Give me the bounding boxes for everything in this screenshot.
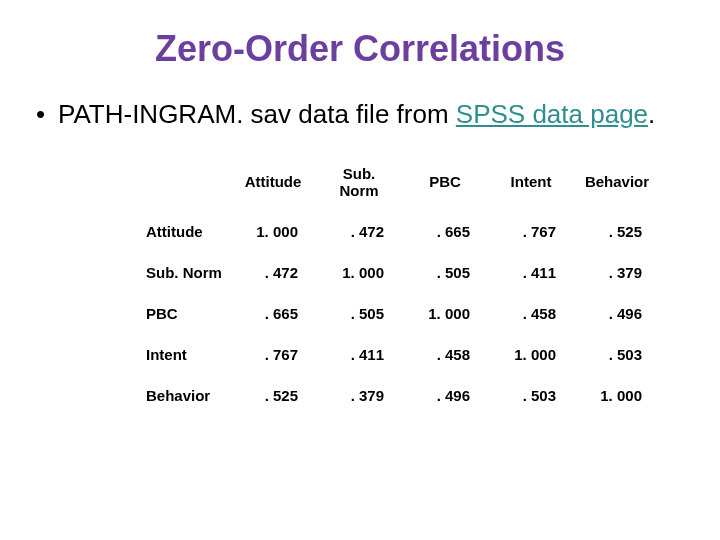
- cell: . 525: [230, 375, 316, 416]
- bullet-dot-icon: •: [36, 98, 58, 131]
- cell: 1. 000: [316, 252, 402, 293]
- bullet-post-text: .: [648, 99, 655, 129]
- row-header: Attitude: [140, 211, 230, 252]
- cell: . 458: [488, 293, 574, 334]
- col-header: Sub. Norm: [316, 153, 402, 211]
- cell: . 496: [574, 293, 660, 334]
- slide: Zero-Order Correlations • PATH-INGRAM. s…: [0, 0, 720, 540]
- correlation-table: Attitude Sub. Norm PBC Intent Behavior A…: [140, 153, 660, 416]
- cell: . 411: [316, 334, 402, 375]
- page-title: Zero-Order Correlations: [30, 28, 690, 70]
- row-header: PBC: [140, 293, 230, 334]
- cell: . 472: [230, 252, 316, 293]
- cell: . 767: [488, 211, 574, 252]
- cell: . 379: [574, 252, 660, 293]
- table-row: Sub. Norm . 472 1. 000 . 505 . 411 . 379: [140, 252, 660, 293]
- cell: . 505: [316, 293, 402, 334]
- cell: 1. 000: [574, 375, 660, 416]
- cell: . 767: [230, 334, 316, 375]
- cell: 1. 000: [402, 293, 488, 334]
- cell: . 505: [402, 252, 488, 293]
- correlation-table-wrap: Attitude Sub. Norm PBC Intent Behavior A…: [140, 153, 660, 416]
- table-row: PBC . 665 . 505 1. 000 . 458 . 496: [140, 293, 660, 334]
- row-header: Sub. Norm: [140, 252, 230, 293]
- row-header: Intent: [140, 334, 230, 375]
- bullet-item: • PATH-INGRAM. sav data file from SPSS d…: [36, 98, 684, 131]
- cell: 1. 000: [230, 211, 316, 252]
- cell: . 379: [316, 375, 402, 416]
- col-header: Behavior: [574, 153, 660, 211]
- bullet-text: PATH-INGRAM. sav data file from SPSS dat…: [58, 98, 684, 131]
- table-row: Attitude 1. 000 . 472 . 665 . 767 . 525: [140, 211, 660, 252]
- col-header: Attitude: [230, 153, 316, 211]
- table-header-row: Attitude Sub. Norm PBC Intent Behavior: [140, 153, 660, 211]
- cell: . 496: [402, 375, 488, 416]
- spss-data-page-link[interactable]: SPSS data page: [456, 99, 648, 129]
- bullet-pre-text: PATH-INGRAM. sav data file from: [58, 99, 456, 129]
- cell: . 665: [402, 211, 488, 252]
- cell: . 503: [488, 375, 574, 416]
- row-header: Behavior: [140, 375, 230, 416]
- col-header: PBC: [402, 153, 488, 211]
- cell: . 458: [402, 334, 488, 375]
- corner-cell: [140, 153, 230, 211]
- cell: . 472: [316, 211, 402, 252]
- table-row: Intent . 767 . 411 . 458 1. 000 . 503: [140, 334, 660, 375]
- cell: 1. 000: [488, 334, 574, 375]
- cell: . 503: [574, 334, 660, 375]
- cell: . 665: [230, 293, 316, 334]
- cell: . 525: [574, 211, 660, 252]
- col-header: Intent: [488, 153, 574, 211]
- cell: . 411: [488, 252, 574, 293]
- table-row: Behavior . 525 . 379 . 496 . 503 1. 000: [140, 375, 660, 416]
